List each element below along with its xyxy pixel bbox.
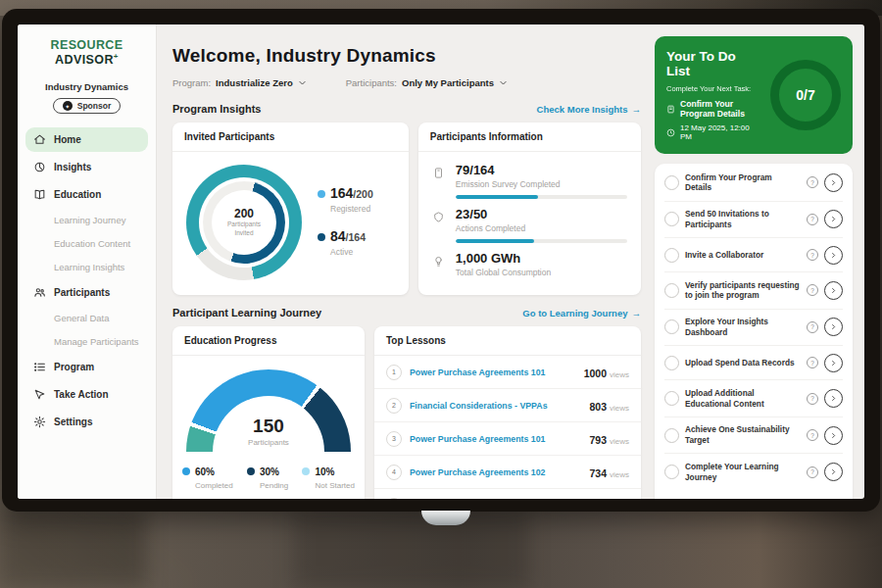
task-checkbox[interactable] (664, 248, 679, 263)
task-go-button[interactable] (824, 210, 843, 228)
clipboard-icon (432, 166, 447, 195)
task-label: Invite a Collaborator (685, 250, 801, 261)
task-checkbox[interactable] (664, 283, 679, 298)
participants-filter-dropdown[interactable]: Participants: Only My Participants (346, 77, 508, 88)
sidebar-item-learning-insights[interactable]: Learning Insights (25, 257, 148, 277)
info-icon[interactable]: ? (807, 249, 818, 261)
task-checkbox[interactable] (664, 465, 679, 479)
task-label: Explore Your Insights Dashboard (685, 317, 801, 338)
legend-dot (182, 467, 190, 475)
task-go-button[interactable] (824, 426, 843, 445)
filter-bar: Program: Industrialize Zero Participants… (172, 77, 641, 88)
go-to-learning-journey-link[interactable]: Go to Learning Journey→ (522, 308, 641, 318)
sidebar-item-program[interactable]: Program (25, 355, 148, 379)
task-row: Send 50 Invitations to Participants ? (664, 202, 843, 239)
lesson-row[interactable]: 2 Financial Considerations - VPPAs 803vi… (374, 389, 641, 422)
section-title-program-insights: Program Insights (172, 103, 261, 115)
filter-label: Participants: (346, 77, 397, 88)
legend-dot (302, 467, 310, 475)
info-icon[interactable]: ? (807, 466, 818, 478)
task-go-button[interactable] (824, 463, 843, 481)
sidebar-item-general-data[interactable]: General Data (25, 308, 148, 328)
task-label: Send 50 Invitations to Participants (685, 209, 801, 230)
task-go-button[interactable] (824, 389, 843, 408)
dashboard-screen: RESOURCE ADVISOR+ Industry Dynamics ✦ Sp… (18, 24, 864, 499)
sidebar-item-settings[interactable]: Settings (25, 410, 148, 434)
sidebar-item-education-content[interactable]: Education Content (25, 233, 148, 254)
legend-dot (247, 467, 255, 475)
task-row: Complete Your Learning Journey ? (664, 454, 843, 490)
task-checkbox[interactable] (664, 391, 679, 406)
lesson-title-link[interactable]: Financial Considerations - VPPAs (410, 401, 582, 411)
task-checkbox[interactable] (664, 175, 679, 190)
check-more-insights-link[interactable]: Check More Insights→ (537, 104, 641, 115)
todo-next-task: Confirm Your Program Details (680, 99, 762, 119)
sidebar-item-participants[interactable]: Participants (25, 280, 148, 305)
sidebar-item-label: Education (54, 189, 101, 200)
sidebar-item-insights[interactable]: Insights (25, 155, 148, 179)
sidebar-item-learning-journey[interactable]: Learning Journey (25, 210, 148, 230)
task-checkbox[interactable] (664, 212, 679, 226)
sidebar-item-take-action[interactable]: Take Action (25, 382, 148, 407)
book-icon (33, 188, 46, 201)
task-checkbox[interactable] (664, 319, 679, 334)
info-icon[interactable]: ? (807, 429, 818, 441)
chevron-down-icon (499, 78, 508, 87)
info-icon[interactable]: ? (807, 393, 818, 405)
sidebar-item-label: Participants (54, 287, 110, 298)
sidebar-item-label: Home (54, 134, 81, 145)
task-checkbox[interactable] (664, 356, 679, 370)
task-label: Achieve One Sustainability Target (685, 424, 801, 446)
todo-title: Your To Do List (666, 49, 762, 78)
lesson-title-link[interactable]: Power Purchase Agreements 102 (410, 467, 582, 477)
task-go-button[interactable] (824, 246, 843, 265)
lesson-row[interactable]: 5 Power Purchase Agreements 103 600views (374, 489, 641, 499)
info-icon[interactable]: ? (807, 357, 818, 368)
lesson-row[interactable]: 3 Power Purchase Agreements 101 793views (374, 422, 641, 456)
progress-bar (456, 195, 627, 199)
sidebar-item-label: Insights (54, 162, 91, 172)
task-go-button[interactable] (824, 173, 843, 192)
task-checkbox[interactable] (664, 428, 679, 443)
people-icon (33, 286, 46, 299)
task-go-button[interactable] (824, 354, 843, 372)
lesson-title-link[interactable]: Power Purchase Agreements 101 (410, 368, 576, 377)
sponsor-badge-icon: ✦ (63, 101, 73, 111)
sponsor-badge: ✦ Sponsor (53, 98, 121, 114)
participants-information-card: Participants Information 79/164 Emission… (418, 122, 641, 295)
info-icon[interactable]: ? (807, 321, 818, 333)
clock-icon (666, 128, 675, 137)
task-go-button[interactable] (824, 318, 843, 336)
app-logo: RESOURCE ADVISOR+ (25, 38, 148, 67)
task-row: Confirm Your Program Details ? (664, 165, 843, 202)
info-row-consumption: 1,000 GWh Total Global Consumption (432, 251, 627, 283)
lesson-title-link[interactable]: Power Purchase Agreements 101 (410, 434, 582, 444)
lesson-views: 600views (589, 497, 629, 500)
collapse-tasks-link[interactable]: Collapse Tasks (664, 490, 843, 499)
lesson-row[interactable]: 1 Power Purchase Agreements 101 1000view… (374, 356, 641, 389)
rank-badge: 3 (386, 431, 402, 447)
sidebar-item-education[interactable]: Education (25, 182, 148, 207)
sidebar-item-manage-participants[interactable]: Manage Participants (25, 331, 148, 352)
info-icon[interactable]: ? (807, 284, 818, 296)
sidebar-item-label: Manage Participants (54, 336, 139, 347)
filter-value: Only My Participants (402, 77, 494, 88)
task-row: Achieve One Sustainability Target ? (664, 417, 843, 455)
gauge-legend: 60% Completed 30% Pending 10% Not Starte… (172, 462, 365, 499)
card-title: Education Progress (172, 326, 365, 356)
invited-participants-card: Invited Participants 200 Participants In… (172, 122, 409, 295)
gear-icon (33, 416, 46, 428)
task-go-button[interactable] (824, 281, 843, 300)
task-row: Verify participants requesting to join t… (664, 272, 843, 310)
program-filter-dropdown[interactable]: Program: Industrialize Zero (172, 77, 307, 88)
legend-item-not-started: 10% Not Started (302, 462, 354, 490)
lesson-row[interactable]: 4 Power Purchase Agreements 102 734views (374, 456, 641, 489)
info-icon[interactable]: ? (807, 176, 818, 188)
logo-advisor: ADVISOR (55, 53, 114, 67)
document-icon (666, 105, 675, 114)
task-row: Explore Your Insights Dashboard ? (664, 310, 843, 347)
legend-item-registered: 164/200 Registered (318, 184, 373, 214)
info-icon[interactable]: ? (807, 214, 818, 225)
arrow-right-icon: → (632, 104, 642, 115)
sidebar-item-home[interactable]: Home (25, 127, 148, 152)
